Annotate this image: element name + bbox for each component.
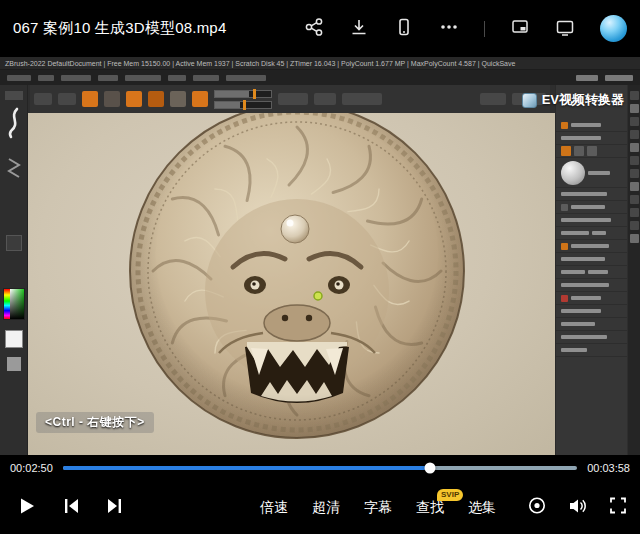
ui-chip	[125, 75, 161, 81]
ui-chip	[561, 322, 595, 326]
panel-row	[556, 331, 627, 344]
ui-chip	[561, 122, 568, 129]
color-picker	[3, 288, 25, 320]
tray-icon	[630, 221, 639, 230]
panel-row	[556, 344, 627, 357]
feature-buttons: 倍速 超清 字幕 查找 SVIP 选集	[260, 499, 496, 517]
zbrush-right-tray	[628, 85, 640, 455]
download-icon[interactable]	[349, 17, 369, 41]
ui-chip	[61, 75, 91, 81]
zbrush-top-shelf	[30, 85, 550, 113]
stroke-path-icon	[6, 157, 22, 183]
material-sphere-thumbnail	[561, 161, 585, 185]
panel-row	[556, 119, 627, 132]
panel-row	[556, 132, 627, 145]
draw-size-slider	[214, 90, 272, 98]
brush-tool-icon	[82, 91, 98, 107]
more-icon[interactable]	[439, 17, 459, 41]
episodes-button[interactable]: 选集	[468, 499, 496, 517]
ui-chip	[561, 335, 607, 339]
speed-button[interactable]: 倍速	[260, 499, 288, 517]
next-button[interactable]	[105, 495, 125, 520]
share-icon[interactable]	[304, 17, 324, 41]
ui-chip	[561, 270, 585, 274]
material-tool-icon	[170, 91, 186, 107]
ui-chip	[605, 75, 633, 81]
ui-chip	[571, 123, 601, 127]
tray-icon	[630, 91, 639, 100]
tray-icon	[630, 117, 639, 126]
ui-chip	[7, 75, 31, 81]
stroke-tool-icon	[104, 91, 120, 107]
progress-played	[63, 466, 430, 470]
panel-row	[556, 214, 627, 227]
ui-chip	[193, 75, 219, 81]
shortcut-hint-overlay: <Ctrl - 右键按下>	[36, 412, 154, 433]
watermark: EV视频转换器	[522, 91, 624, 109]
panel-row	[556, 201, 627, 214]
saturation-value-area	[10, 289, 24, 319]
ui-chip	[314, 93, 336, 105]
right-controls	[527, 495, 628, 520]
ui-chip	[38, 75, 54, 81]
ui-chip	[561, 295, 568, 302]
controls-row: 倍速 超清 字幕 查找 SVIP 选集	[0, 481, 640, 534]
active-color-swatch	[5, 330, 23, 348]
subtitles-button[interactable]: 字幕	[364, 499, 392, 517]
user-avatar[interactable]	[600, 15, 627, 42]
sculpt-brush-icon	[5, 107, 23, 143]
video-frame[interactable]: ZBrush-2022 DefaultDocument | Free Mem 1…	[0, 57, 640, 455]
phone-icon[interactable]	[394, 17, 414, 41]
previous-button[interactable]	[61, 495, 81, 520]
panel-row	[556, 279, 627, 292]
playback-controls	[16, 495, 125, 520]
ui-chip	[561, 243, 568, 250]
watermark-text: EV视频转换器	[542, 91, 624, 109]
volume-icon[interactable]	[567, 495, 588, 520]
find-button[interactable]: 查找 SVIP	[416, 499, 444, 517]
ui-chip	[571, 205, 605, 209]
fullscreen-icon[interactable]	[608, 496, 628, 520]
progress-row: 00:02:50 00:03:58	[0, 455, 640, 481]
progress-bar[interactable]	[63, 466, 577, 470]
ui-chip	[561, 218, 611, 222]
ui-chip	[576, 75, 598, 81]
z-intensity-slider	[214, 101, 272, 109]
play-button[interactable]	[16, 495, 37, 520]
panel-row	[556, 188, 627, 201]
ui-chip	[561, 231, 589, 235]
ui-chip	[5, 91, 23, 100]
alpha-slot	[6, 235, 22, 251]
theater-mode-icon[interactable]	[555, 17, 575, 41]
ui-chip	[480, 93, 506, 105]
tray-icon	[630, 156, 639, 165]
titlebar: 067 案例10 生成3D模型08.mp4	[0, 0, 640, 57]
texture-tool-icon	[148, 91, 164, 107]
tray-icon	[630, 104, 639, 113]
panel-row	[556, 240, 627, 253]
total-time: 00:03:58	[587, 462, 630, 474]
shelf-sliders	[214, 90, 272, 109]
ui-chip	[561, 348, 587, 352]
panel-row-material	[556, 158, 627, 188]
tray-icon	[630, 208, 639, 217]
record-icon[interactable]	[527, 496, 547, 520]
panel-row	[556, 292, 627, 305]
tray-icon	[630, 143, 639, 152]
dragon-medallion-sculpture	[127, 113, 467, 441]
ui-chip	[58, 93, 76, 105]
screenshot-icon[interactable]	[510, 17, 530, 41]
ui-chip	[278, 93, 308, 105]
video-player-window: 067 案例10 生成3D模型08.mp4	[0, 0, 640, 534]
progress-knob[interactable]	[425, 463, 436, 474]
find-button-label: 查找	[416, 499, 444, 515]
ui-chip	[561, 309, 601, 313]
ui-chip	[168, 75, 186, 81]
tray-icon	[630, 195, 639, 204]
ui-chip	[561, 257, 605, 261]
panel-row	[556, 266, 627, 279]
secondary-color-swatch	[7, 357, 21, 371]
ui-chip	[571, 244, 609, 248]
ui-chip	[226, 75, 266, 81]
quality-button[interactable]: 超清	[312, 499, 340, 517]
